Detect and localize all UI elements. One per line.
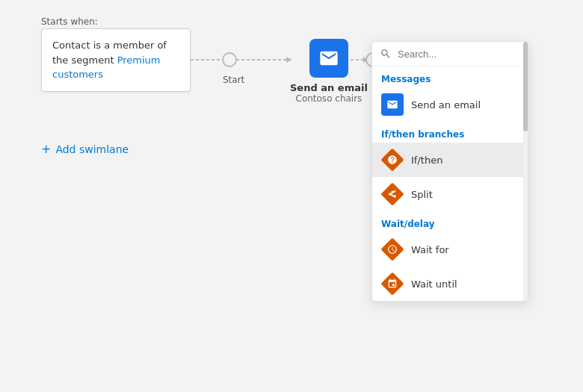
menu-item-wait-for[interactable]: Wait for <box>372 232 528 267</box>
messages-section-label: Messages <box>372 66 528 87</box>
search-icon <box>380 48 392 60</box>
email-node[interactable]: Send an email Contoso chairs <box>290 39 368 104</box>
split-arrow-icon <box>387 189 398 199</box>
ifthen-icon <box>381 149 404 171</box>
email-icon <box>318 48 339 69</box>
scrollbar-thumb[interactable] <box>523 42 528 131</box>
send-email-label: Send an email <box>411 99 481 111</box>
starts-when-label: Starts when: <box>41 16 98 27</box>
trigger-box[interactable]: Contact is a member of the segment Premi… <box>41 28 191 92</box>
scrollbar-track <box>523 42 528 301</box>
menu-item-send-email[interactable]: Send an email <box>372 87 528 122</box>
start-label: Start <box>223 75 244 85</box>
menu-item-ifthen[interactable]: If/then <box>372 143 528 177</box>
search-box <box>372 42 528 66</box>
workflow-canvas: Starts when: Contact is a member of the … <box>0 0 583 392</box>
email-small-icon <box>386 99 398 111</box>
wait-until-label: Wait until <box>411 279 457 290</box>
wait-until-icon <box>381 273 404 295</box>
wait-for-label: Wait for <box>411 244 449 255</box>
question-icon <box>387 155 398 165</box>
wait-section-label: Wait/delay <box>372 211 528 232</box>
send-email-icon <box>381 93 404 116</box>
ifthen-section-label: If/then branches <box>372 122 528 143</box>
split-icon <box>381 183 404 205</box>
add-swimlane-button[interactable]: + Add swimlane <box>41 142 129 156</box>
calendar-icon <box>387 279 398 289</box>
plus-icon: + <box>41 142 51 156</box>
add-swimlane-label: Add swimlane <box>55 143 129 155</box>
email-node-label: Send an email <box>290 82 368 93</box>
split-label: Split <box>411 189 433 200</box>
wait-for-icon <box>381 238 404 261</box>
action-dropdown-panel: Messages Send an email If/then branches … <box>371 41 528 302</box>
ifthen-label: If/then <box>411 155 442 166</box>
menu-item-wait-until[interactable]: Wait until <box>372 267 528 301</box>
search-input[interactable] <box>398 49 520 60</box>
menu-item-split[interactable]: Split <box>372 177 528 211</box>
email-node-sublabel: Contoso chairs <box>296 93 363 104</box>
email-node-icon <box>309 39 348 78</box>
svg-point-1 <box>223 53 236 66</box>
clock-icon <box>387 244 398 255</box>
